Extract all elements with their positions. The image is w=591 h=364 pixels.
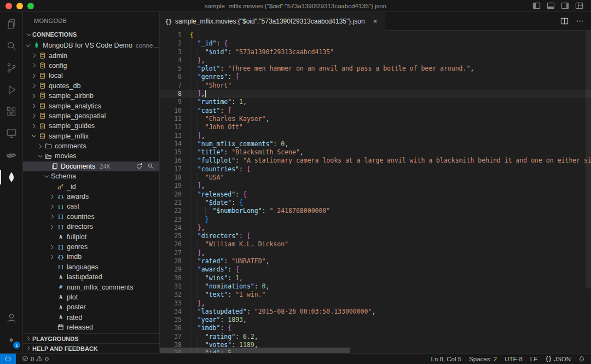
split-editor-button[interactable] xyxy=(560,17,569,25)
chevron-right-icon[interactable] xyxy=(36,142,44,151)
chevron-right-icon[interactable] xyxy=(30,91,38,100)
activity-bar-item-accounts[interactable] xyxy=(0,307,22,329)
status-notifications[interactable] xyxy=(575,354,589,364)
tree-item-config[interactable]: config xyxy=(23,61,159,71)
chevron-right-icon[interactable] xyxy=(48,212,56,221)
tree-item-schema[interactable]: Schema xyxy=(23,171,159,181)
tree-item-_id[interactable]: _id xyxy=(23,181,159,191)
status-indentation[interactable]: Spaces: 2 xyxy=(465,354,501,364)
toggle-panel-button[interactable] xyxy=(547,2,555,10)
code-line[interactable]: 29 "awards": { xyxy=(160,265,591,274)
tree-item-sample_mflix[interactable]: sample_mflix xyxy=(23,131,159,141)
code-line[interactable]: 27 ], xyxy=(160,249,591,257)
more-actions-button[interactable] xyxy=(576,17,584,25)
chevron-down-icon[interactable] xyxy=(30,132,38,141)
tree-item-num_mflix_comments[interactable]: #num_mflix_comments xyxy=(23,282,159,292)
code-line[interactable]: 24 }, xyxy=(160,224,591,232)
tree-item-sample_geospatial[interactable]: sample_geospatial xyxy=(23,111,159,121)
chevron-right-icon[interactable] xyxy=(30,61,38,70)
tree-item-documents[interactable]: Documents24K xyxy=(23,161,159,171)
activity-bar-item-source-control[interactable] xyxy=(0,57,22,79)
activity-bar-item-extensions[interactable] xyxy=(0,101,22,123)
tree-item-rated[interactable]: Arated xyxy=(23,313,159,322)
toggle-secondary-sidebar-button[interactable] xyxy=(561,2,569,10)
code-line[interactable]: 14 "num_mflix_comments": 0, xyxy=(160,140,591,148)
tree-item-lastupdated[interactable]: Alastupdated xyxy=(23,272,159,282)
tree-item-comments[interactable]: comments xyxy=(23,141,159,151)
editor-tab[interactable]: {} sample_mflix.movies:{"$oid":"573a1390… xyxy=(160,12,385,31)
code-line[interactable]: 3 "$oid": "573a1390f29313caabcd4135" xyxy=(160,48,591,56)
code-line[interactable]: 17 "countries": [ xyxy=(160,165,591,174)
chevron-right-icon[interactable] xyxy=(30,51,38,60)
tree-item-sample_guides[interactable]: sample_guides xyxy=(23,121,159,131)
code-line[interactable]: 26 "William K.L. Dickson" xyxy=(160,240,591,249)
activity-bar-item-run-and-debug[interactable] xyxy=(0,79,22,101)
tree-item-admin[interactable]: admin xyxy=(23,50,159,60)
code-line[interactable]: 5 "plot": "Three men hammer on an anvil … xyxy=(160,65,591,73)
refresh-icon[interactable] xyxy=(136,163,143,170)
chevron-right-icon[interactable] xyxy=(48,192,56,201)
code-line[interactable]: 19 ], xyxy=(160,182,591,190)
code-line[interactable]: 7 "Short" xyxy=(160,82,591,90)
zoom-window-button[interactable] xyxy=(27,3,34,9)
chevron-right-icon[interactable] xyxy=(30,71,38,80)
code-line[interactable]: 9 "runtime": 1, xyxy=(160,98,591,106)
chevron-right-icon[interactable] xyxy=(48,242,56,251)
code-line[interactable]: 8 ], xyxy=(160,90,591,98)
tree-item-released[interactable]: released xyxy=(23,322,159,332)
tree-item-movies[interactable]: movies xyxy=(23,151,159,161)
code-line[interactable]: 16 "fullplot": "A stationary camera look… xyxy=(160,157,591,165)
tree-item-poster[interactable]: Aposter xyxy=(23,302,159,312)
chevron-down-icon[interactable] xyxy=(36,152,44,160)
code-line[interactable]: 6 "genres": [ xyxy=(160,73,591,81)
chevron-right-icon[interactable] xyxy=(48,202,56,211)
code-line[interactable]: 34 "lastupdated": "2015-08-26 00:03:50.1… xyxy=(160,308,591,316)
code-line[interactable]: 37 "rating": 6.2, xyxy=(160,333,591,341)
code-line[interactable]: 31 "nominations": 0, xyxy=(160,282,591,291)
activity-bar-item-mongodb[interactable] xyxy=(0,166,22,188)
connections-section-header[interactable]: CONNECTIONS xyxy=(23,28,159,41)
code-line[interactable]: 32 "text": "1 win." xyxy=(160,291,591,299)
tree-item-cast[interactable]: []cast xyxy=(23,201,159,211)
chevron-right-icon[interactable] xyxy=(48,252,56,261)
tree-item-quotes_db[interactable]: quotes_db xyxy=(23,81,159,91)
close-tab-icon[interactable] xyxy=(372,18,379,25)
activity-bar-item-remote-explorer[interactable] xyxy=(0,123,22,145)
status-problems[interactable]: 00 xyxy=(18,354,53,364)
close-window-button[interactable] xyxy=(5,3,12,9)
section-header-help-and-feedback[interactable]: HELP AND FEEDBACK xyxy=(23,343,159,353)
vertical-scrollbar[interactable] xyxy=(586,31,591,288)
code-line[interactable]: 25 "directors": [ xyxy=(160,232,591,240)
code-line[interactable]: 23 } xyxy=(160,216,591,224)
code-line[interactable]: 35 "year": 1893, xyxy=(160,316,591,324)
tree-item-genres[interactable]: []genres xyxy=(23,242,159,252)
activity-bar-item-explorer[interactable] xyxy=(0,13,22,35)
code-line[interactable]: 12 "John Ott" xyxy=(160,123,591,131)
status-eol[interactable]: LF xyxy=(526,354,541,364)
code-line[interactable]: 4 }, xyxy=(160,56,591,65)
tree-item-plot[interactable]: Aplot xyxy=(23,292,159,302)
chevron-down-icon[interactable] xyxy=(24,41,32,50)
toggle-primary-sidebar-button[interactable] xyxy=(532,2,541,10)
activity-bar-item-docker[interactable] xyxy=(0,145,22,166)
status-encoding[interactable]: UTF-8 xyxy=(501,354,526,364)
chevron-right-icon[interactable] xyxy=(30,122,38,130)
code-line[interactable]: 15 "title": "Blacksmith Scene", xyxy=(160,148,591,157)
activity-bar-item-manage[interactable]: ⚙1 xyxy=(0,329,22,351)
code-line[interactable]: 13 ], xyxy=(160,132,591,140)
code-line[interactable]: 1{ xyxy=(160,31,591,39)
tree-item-local[interactable]: local xyxy=(23,71,159,80)
tree-item-languages[interactable]: []languages xyxy=(23,262,159,272)
chevron-down-icon[interactable] xyxy=(25,30,32,39)
code-line[interactable]: 22 "$numberLong": "-2418768000000" xyxy=(160,207,591,215)
code-editor[interactable]: 1{2 "_id": {3 "$oid": "573a1390f29313caa… xyxy=(160,31,591,353)
search-icon[interactable] xyxy=(147,163,154,170)
tree-item-imdb[interactable]: {}imdb xyxy=(23,252,159,262)
status-cursor-position[interactable]: Ln 8, Col 5 xyxy=(427,354,465,364)
activity-bar-item-search[interactable] xyxy=(0,35,22,57)
status-language-mode[interactable]: {}JSON xyxy=(541,354,575,364)
code-line[interactable]: 10 "cast": [ xyxy=(160,107,591,115)
code-line[interactable]: 30 "wins": 1, xyxy=(160,274,591,282)
chevron-right-icon[interactable] xyxy=(30,102,38,111)
code-line[interactable]: 36 "imdb": { xyxy=(160,324,591,332)
